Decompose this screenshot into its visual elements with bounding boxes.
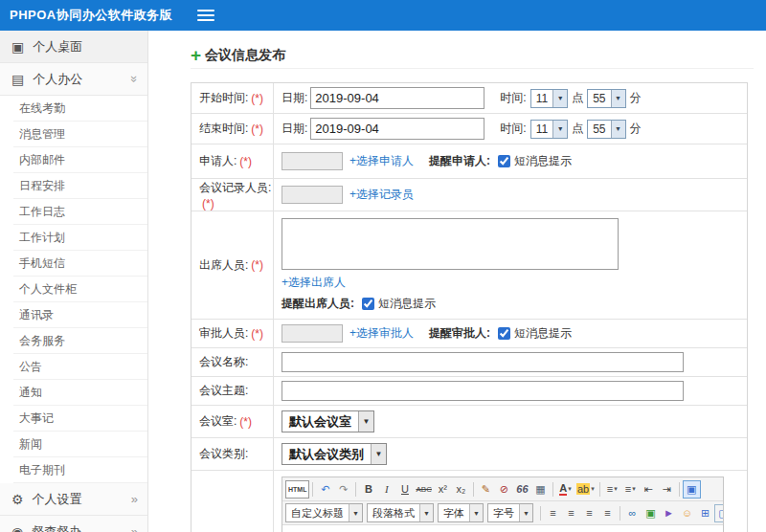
sidebar-group-desktop[interactable]: ▣ 个人桌面 [0, 31, 147, 63]
required-mark: (*) [251, 92, 263, 105]
format-painter-icon[interactable]: ✎ [477, 480, 495, 499]
end-time-row: 结束时间: (*) 日期: 时间: 11 ▼ 点 55 ▼ [192, 114, 747, 144]
insert-template-icon[interactable]: ▦ [531, 480, 550, 499]
insert-link-icon[interactable]: ∞ [623, 504, 642, 522]
undo-icon[interactable]: ↶ [316, 480, 334, 499]
required-mark: (*) [251, 258, 263, 272]
font-color-icon[interactable]: A ▾ [556, 480, 574, 499]
pick-attendee-link[interactable]: +选择出席人 [282, 275, 346, 291]
outdent-icon[interactable]: ⇤ [640, 480, 658, 499]
align-left-icon[interactable]: ≡ [544, 504, 562, 522]
meeting-subject-row: 会议主题: [192, 377, 747, 406]
insert-image-icon[interactable]: ▣ [642, 504, 660, 522]
recorder-row: 会议记录人员: (*) +选择记录员 [192, 179, 747, 211]
meeting-name-input[interactable] [282, 352, 684, 372]
sidebar-item-internal-mail[interactable]: 内部邮件 [13, 147, 147, 173]
field-label: 会议室: (*) [192, 406, 274, 437]
superscript-icon[interactable]: x² [434, 480, 452, 499]
start-hour-select[interactable]: 11 ▼ [530, 89, 568, 108]
recorder-input[interactable] [282, 186, 343, 204]
insert-media-icon[interactable]: ► [660, 504, 678, 522]
underline-icon[interactable]: U [395, 480, 414, 499]
dropdown-arrow-icon: ▼ [469, 504, 483, 521]
editor-content-area[interactable] [282, 525, 723, 532]
sidebar-group-settings[interactable]: ⚙ 个人设置 » [0, 483, 147, 516]
sidebar-item-messages[interactable]: 消息管理 [13, 122, 147, 147]
toolbar-separator [679, 482, 680, 497]
fullscreen-icon[interactable]: ▣ [683, 480, 701, 499]
sidebar-item-contacts[interactable]: 通讯录 [13, 302, 147, 328]
pick-applicant-link[interactable]: +选择申请人 [349, 153, 414, 169]
date-label: 日期: [282, 90, 307, 106]
fullscreen-grid-icon[interactable]: ▢ [714, 504, 723, 522]
paragraph-format-select[interactable]: 段落格式 ▼ [367, 503, 434, 522]
strikethrough-icon[interactable]: ABC [414, 480, 433, 499]
source-code-icon[interactable]: HTML [285, 480, 309, 499]
font-size-select[interactable]: 字号 ▼ [487, 503, 533, 522]
meeting-name-row: 会议名称: [192, 348, 747, 377]
sidebar-item-news[interactable]: 新闻 [13, 432, 147, 457]
font-family-select[interactable]: 字体 ▼ [438, 503, 484, 522]
start-minute-select[interactable]: 55 ▼ [587, 89, 625, 108]
applicant-sms-checkbox[interactable] [498, 155, 510, 167]
end-minute-select[interactable]: 55 ▼ [587, 120, 625, 139]
ordered-list-icon[interactable]: ≡ ▾ [603, 480, 621, 499]
meeting-category-select[interactable]: 默认会议类别 ▼ [282, 443, 387, 465]
sidebar-group-supervise[interactable]: ◉ 督查督办 » [0, 516, 147, 532]
sidebar-item-schedule[interactable]: 日程安排 [13, 173, 147, 199]
align-justify-icon[interactable]: ≡ [598, 504, 617, 522]
sidebar-item-meeting-service[interactable]: 会务服务 [13, 328, 147, 354]
heading-style-select[interactable]: 自定义标题 ▼ [285, 503, 363, 522]
meeting-room-select[interactable]: 默认会议室 ▼ [282, 410, 374, 432]
pick-approver-link[interactable]: +选择审批人 [349, 325, 414, 342]
blockquote-icon[interactable]: 66 [513, 480, 531, 499]
meeting-form: 开始时间: (*) 日期: 时间: 11 ▼ 点 55 ▼ [191, 82, 748, 532]
remind-applicant-label: 提醒申请人: [429, 153, 490, 169]
sms-hint-label: 短消息提示 [378, 296, 436, 312]
align-center-icon[interactable]: ≡ [562, 504, 580, 522]
subscript-icon[interactable]: x₂ [452, 480, 470, 499]
approver-input[interactable] [282, 324, 343, 343]
sidebar-item-attendance[interactable]: 在线考勤 [13, 96, 147, 122]
sidebar-item-notice[interactable]: 通知 [13, 380, 147, 406]
hamburger-menu-icon[interactable] [197, 7, 214, 24]
bold-icon[interactable]: B [359, 480, 377, 499]
meeting-subject-input[interactable] [282, 381, 684, 401]
page-title: 会议信息发布 [205, 47, 285, 64]
sidebar-item-announcement[interactable]: 公告 [13, 354, 147, 380]
emoticon-icon[interactable]: ☺ [678, 504, 696, 522]
pick-recorder-link[interactable]: +选择记录员 [349, 187, 414, 203]
redo-icon[interactable]: ↷ [334, 480, 352, 499]
indent-icon[interactable]: ⇥ [658, 480, 676, 499]
remove-format-icon[interactable]: ⊘ [495, 480, 513, 499]
attendee-sms-checkbox[interactable] [362, 298, 374, 310]
approver-sms-checkbox[interactable] [498, 327, 510, 340]
applicant-input[interactable] [282, 152, 343, 170]
align-right-icon[interactable]: ≡ [580, 504, 598, 522]
sidebar-item-events[interactable]: 大事记 [13, 406, 147, 432]
sidebar-item-work-plan[interactable]: 工作计划 [13, 225, 147, 251]
toolbar-separator [552, 482, 553, 497]
field-label: 会议主题: [192, 377, 274, 405]
field-label: 会议名称: [192, 348, 274, 376]
chevron-right-icon: » [131, 492, 138, 506]
sidebar-group-office[interactable]: ▤ 个人办公 » [0, 63, 147, 96]
italic-icon[interactable]: I [377, 480, 395, 499]
rich-text-editor: HTML ↶ ↷ B I U ABC x² x₂ ✎ [282, 477, 724, 532]
required-mark: (*) [202, 197, 214, 211]
editor-toolbar-row2: 自定义标题 ▼ 段落格式 ▼ 字体 ▼ [282, 501, 723, 525]
sms-hint-label: 短消息提示 [514, 153, 572, 169]
highlight-color-icon[interactable]: ab ▾ [574, 480, 597, 499]
insert-table-icon[interactable]: ⊞ [696, 504, 714, 522]
sidebar-item-file-cabinet[interactable]: 个人文件柜 [13, 277, 147, 302]
attendee-textarea[interactable] [282, 218, 619, 270]
start-date-input[interactable] [310, 87, 484, 109]
end-date-input[interactable] [310, 118, 484, 140]
field-label: 申请人: (*) [192, 144, 274, 178]
end-hour-select[interactable]: 11 ▼ [530, 120, 568, 139]
sidebar-item-e-journal[interactable]: 电子期刊 [13, 457, 147, 483]
required-mark: (*) [251, 122, 263, 136]
unordered-list-icon[interactable]: ≡ ▾ [621, 480, 640, 499]
sidebar-item-work-log[interactable]: 工作日志 [13, 199, 147, 225]
sidebar-item-sms[interactable]: 手机短信 [13, 251, 147, 277]
